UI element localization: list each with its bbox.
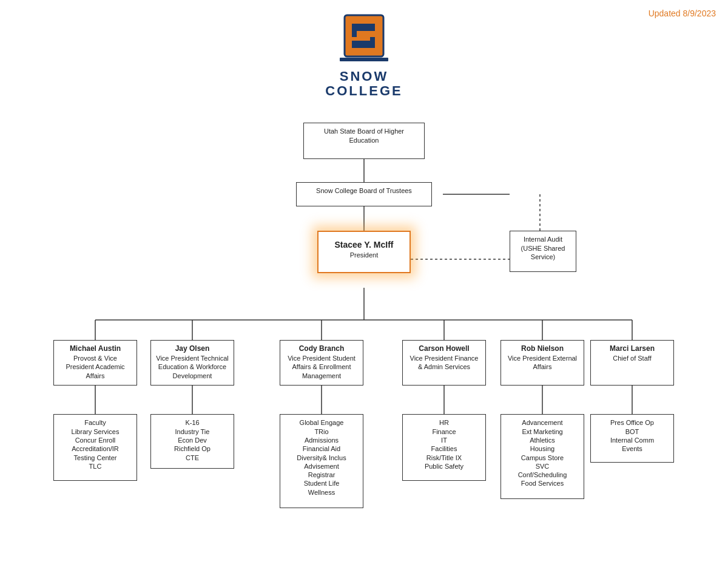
svg-rect-2 [340, 58, 388, 61]
cody-branch-name: Cody Branch [285, 344, 358, 354]
cody-branch-sub-box: Global EngageTRioAdmissionsFinancial Aid… [280, 414, 363, 508]
logo-area: SNOW COLLEGE [0, 0, 728, 98]
marci-larsen-box: Marci Larsen Chief of Staff [590, 340, 674, 386]
org-chart: Utah State Board of Higher Education Sno… [12, 104, 716, 566]
bot-line1: Snow College Board of Trustees [302, 186, 426, 195]
michael-austin-title: Provost & Vice President Academic Affair… [59, 354, 132, 380]
marci-larsen-name: Marci Larsen [596, 344, 669, 354]
marci-larsen-sub-box: Pres Office OpBOTInternal CommEvents [590, 414, 674, 463]
rob-sub-lines: AdvancementExt MarketingAthleticsHousing… [506, 418, 579, 488]
rob-nielson-box: Rob Nielson Vice President External Affa… [500, 340, 584, 386]
ushe-box: Utah State Board of Higher Education [303, 123, 425, 159]
rob-nielson-sub-box: AdvancementExt MarketingAthleticsHousing… [500, 414, 584, 499]
bot-box: Snow College Board of Trustees [296, 182, 432, 206]
internal-audit-line1: Internal Audit [515, 235, 571, 243]
michael-sub-lines: FacultyLibrary ServicesConcur EnrollAccr… [59, 418, 132, 471]
jay-sub-lines: K-16Industry TieEcon DevRichfield OpCTE [156, 418, 229, 461]
carson-sub-lines: HRFinanceITFacilitiesRisk/Title IXPublic… [408, 418, 480, 471]
jay-olsen-box: Jay Olsen Vice President Technical Educa… [150, 340, 234, 386]
cody-branch-box: Cody Branch Vice President Student Affai… [280, 340, 363, 386]
internal-audit-line3: Service) [515, 253, 571, 261]
cody-branch-title: Vice President Student Affairs & Enrollm… [285, 354, 358, 380]
college-name: SNOW COLLEGE [325, 69, 402, 98]
ushe-line2: Education [309, 136, 419, 144]
carson-howell-title: Vice President Finance & Admin Services [408, 354, 480, 372]
carson-howell-sub-box: HRFinanceITFacilitiesRisk/Title IXPublic… [402, 414, 486, 481]
internal-audit-box: Internal Audit (USHE Shared Service) [510, 231, 576, 272]
president-box: Stacee Y. McIff President [317, 231, 411, 273]
marci-sub-lines: Pres Office OpBOTInternal CommEvents [596, 418, 669, 453]
jay-olsen-title: Vice President Technical Education & Wor… [156, 354, 229, 380]
michael-austin-sub-box: FacultyLibrary ServicesConcur EnrollAccr… [53, 414, 137, 481]
rob-nielson-title: Vice President External Affairs [506, 354, 579, 372]
carson-howell-name: Carson Howell [408, 344, 480, 354]
president-title: President [325, 251, 403, 259]
logo-container: SNOW COLLEGE [325, 12, 402, 98]
rob-nielson-name: Rob Nielson [506, 344, 579, 354]
svg-rect-0 [345, 15, 383, 56]
jay-olsen-name: Jay Olsen [156, 344, 229, 354]
jay-olsen-sub-box: K-16Industry TieEcon DevRichfield OpCTE [150, 414, 234, 469]
carson-howell-box: Carson Howell Vice President Finance & A… [402, 340, 486, 386]
cody-sub-lines: Global EngageTRioAdmissionsFinancial Aid… [285, 418, 358, 497]
ushe-line1: Utah State Board of Higher [309, 127, 419, 135]
connector-lines [12, 104, 716, 566]
snow-college-logo [340, 12, 388, 67]
internal-audit-line2: (USHE Shared [515, 244, 571, 253]
updated-badge: Updated 8/9/2023 [649, 8, 716, 18]
michael-austin-box: Michael Austin Provost & Vice President … [53, 340, 137, 386]
michael-austin-name: Michael Austin [59, 344, 132, 354]
president-name: Stacee Y. McIff [325, 239, 403, 250]
marci-larsen-title: Chief of Staff [596, 354, 669, 362]
